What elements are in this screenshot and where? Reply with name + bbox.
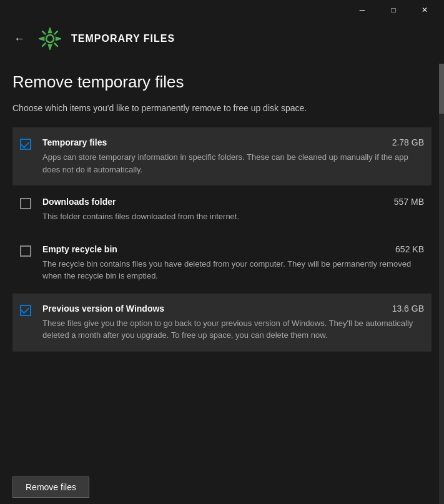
file-item-name-empty-recycle-bin: Empty recycle bin [42, 244, 117, 254]
title-bar: ─ □ ✕ [0, 0, 444, 20]
file-item-desc-empty-recycle-bin: The recycle bin contains files you have … [42, 258, 424, 282]
checkbox-downloads-folder[interactable] [20, 198, 31, 209]
file-item-desc-previous-windows: These files give you the option to go ba… [42, 317, 424, 342]
maximize-button[interactable]: □ [379, 0, 408, 20]
file-item-content-previous-windows: Previous version of Windows13.6 GBThese … [42, 304, 424, 342]
file-item-name-temporary-files: Temporary files [42, 137, 107, 147]
checkbox-temporary-files[interactable] [20, 139, 31, 150]
checkbox-area-previous-windows [20, 305, 32, 317]
scrollbar[interactable] [439, 64, 444, 504]
file-items-list: Temporary files2.78 GBApps can store tem… [12, 127, 432, 352]
file-item-empty-recycle-bin[interactable]: Empty recycle bin652 KBThe recycle bin c… [12, 234, 432, 292]
file-item-size-downloads-folder: 557 MB [394, 197, 424, 207]
file-item-content-temporary-files: Temporary files2.78 GBApps can store tem… [42, 137, 424, 175]
file-item-header-temporary-files: Temporary files2.78 GB [42, 137, 424, 147]
file-item-size-previous-windows: 13.6 GB [392, 304, 424, 314]
title-bar-controls: ─ □ ✕ [348, 0, 439, 20]
main-content: Remove temporary files Choose which item… [0, 60, 444, 500]
scrollbar-thumb[interactable] [439, 64, 444, 114]
file-item-downloads-folder[interactable]: Downloads folder557 MBThis folder contai… [12, 187, 432, 233]
file-item-temporary-files[interactable]: Temporary files2.78 GBApps can store tem… [12, 127, 432, 185]
checkbox-area-empty-recycle-bin [20, 245, 32, 258]
page-description: Choose which items you'd like to permane… [12, 102, 432, 115]
file-item-size-temporary-files: 2.78 GB [392, 137, 424, 147]
svg-point-0 [46, 35, 54, 42]
remove-files-button[interactable]: Remove files [12, 477, 89, 498]
file-item-size-empty-recycle-bin: 652 KB [395, 244, 424, 254]
gear-icon [39, 27, 61, 50]
file-item-content-downloads-folder: Downloads folder557 MBThis folder contai… [42, 197, 424, 223]
close-button[interactable]: ✕ [410, 0, 439, 20]
checkbox-previous-windows[interactable] [20, 305, 31, 316]
file-item-previous-windows[interactable]: Previous version of Windows13.6 GBThese … [12, 294, 432, 352]
app-title: TEMPORARY FILES [71, 33, 175, 44]
back-icon: ← [14, 32, 25, 46]
file-item-header-empty-recycle-bin: Empty recycle bin652 KB [42, 244, 424, 254]
page-title: Remove temporary files [12, 72, 432, 92]
file-item-name-downloads-folder: Downloads folder [42, 197, 116, 207]
file-item-content-empty-recycle-bin: Empty recycle bin652 KBThe recycle bin c… [42, 244, 424, 282]
app-header: ← TEMPORARY FILES [0, 20, 444, 60]
file-item-header-downloads-folder: Downloads folder557 MB [42, 197, 424, 207]
file-item-desc-downloads-folder: This folder contains files downloaded fr… [42, 210, 424, 223]
checkbox-empty-recycle-bin[interactable] [20, 245, 31, 257]
file-item-desc-temporary-files: Apps can store temporary information in … [42, 151, 424, 175]
minimize-button[interactable]: ─ [348, 0, 377, 20]
bottom-bar: Remove files [0, 470, 437, 504]
file-item-name-previous-windows: Previous version of Windows [42, 304, 164, 314]
checkbox-area-temporary-files [20, 139, 32, 151]
checkbox-area-downloads-folder [20, 198, 32, 210]
back-button[interactable]: ← [10, 29, 29, 48]
file-item-header-previous-windows: Previous version of Windows13.6 GB [42, 304, 424, 314]
